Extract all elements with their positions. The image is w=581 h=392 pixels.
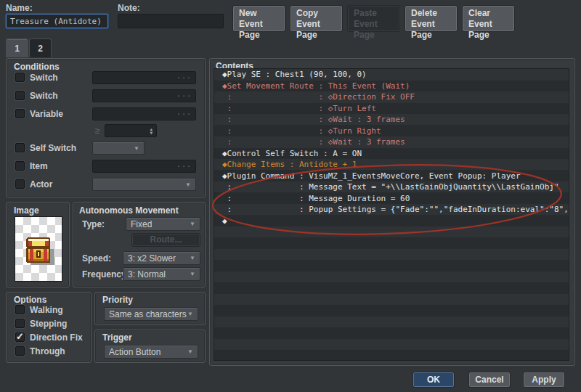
movement-frequency-label: Frequency: [82,269,129,279]
switch1-checkbox[interactable] [15,73,25,82]
delete-event-page-label-1: Delete [411,8,437,18]
self-switch-dropdown[interactable]: ▼ [92,142,145,155]
stepping-checkbox[interactable] [15,319,25,328]
variable-checkbox[interactable] [15,109,25,118]
ok-button[interactable]: OK [413,372,455,388]
name-label: Name: [6,3,33,13]
treasure-chest-sprite [23,237,55,266]
chevron-down-icon: ▼ [134,145,139,152]
clear-event-page-button[interactable]: Clear Event Page [462,5,515,32]
options-title: Options [14,295,46,305]
switch2-label: Switch [30,91,58,101]
cmd-play-se[interactable]: ◆Play SE : Chest1 (90, 100, 0) [214,69,569,81]
walking-checkbox[interactable] [15,305,25,314]
priority-dropdown[interactable]: Same as characters ▼ [104,307,198,321]
chevron-down-icon: ▼ [190,255,195,261]
direction-fix-checkbox[interactable] [15,332,25,342]
apply-button[interactable]: Apply [523,372,565,388]
item-field[interactable]: ··· [92,160,196,173]
new-event-page-button[interactable]: New Event Page [232,5,285,32]
event-image-selector[interactable] [15,216,62,282]
image-title: Image [14,205,39,216]
chevron-down-icon: ▼ [187,311,193,317]
route-button: Route... [131,233,200,247]
item-label: Item [30,161,48,171]
switch2-field[interactable]: ··· [92,89,196,102]
stepping-label: Stepping [30,319,67,329]
cmd-plugin-popup-settings[interactable]: : : Popup Settings = {"Fade":"","fadeInD… [214,204,569,216]
copy-event-page-label-1: Copy [296,8,318,18]
movement-frequency-value: 3: Normal [128,269,166,279]
conditions-title: Conditions [14,62,60,72]
cancel-button[interactable]: Cancel [468,372,511,388]
new-event-page-label-1: New [239,8,257,18]
self-switch-label: Self Switch [30,143,76,153]
cmd-plugin-message-duration[interactable]: : : Message Duration = 60 [214,193,569,205]
item-ellipsis-button[interactable]: ··· [176,163,192,171]
item-checkbox[interactable] [15,161,25,171]
trigger-group: Trigger Action Button ▼ [94,330,206,363]
cmd-plugin-command[interactable]: ◆Plugin Command : VisuMZ_1_EventsMoveCor… [214,171,569,182]
cmd-control-self-switch[interactable]: ◆Control Self Switch : A = ON [214,148,569,160]
clear-event-page-label-2: Event Page [468,19,492,40]
priority-value: Same as characters [109,309,187,319]
trigger-dropdown[interactable]: Action Button ▼ [104,345,198,359]
movement-type-label: Type: [82,219,105,229]
note-label: Note: [118,3,140,13]
cmd-route-wait-1[interactable]: : : ◇Wait : 3 frames [214,114,569,126]
cmd-change-items[interactable]: ◆Change Items : Antidote + 1 [214,159,569,171]
variable-field[interactable]: ··· [92,107,196,121]
cmd-set-movement-route[interactable]: ◆Set Movement Route : This Event (Wait) [214,81,569,92]
autonomous-movement-title: Autonomous Movement [79,205,179,216]
variable-ellipsis-button[interactable]: ··· [176,110,192,118]
movement-speed-dropdown[interactable]: 3: x2 Slower ▼ [123,251,200,265]
image-group: Image [6,202,70,287]
switch1-label: Switch [30,73,58,83]
paste-event-page-label-1: Paste [354,8,377,18]
switch1-field[interactable]: ··· [92,71,196,84]
actor-label: Actor [30,179,52,189]
autonomous-movement-group: Autonomous Movement Type: Fixed ▼ Route.… [73,202,206,287]
cmd-route-wait-2[interactable]: : : ◇Wait : 3 frames [214,136,569,148]
conditions-group: Conditions Switch ··· Switch ··· Variabl… [6,58,206,197]
priority-title: Priority [102,295,133,305]
paste-event-page-button: Paste Event Page [347,5,400,32]
switch1-ellipsis-button[interactable]: ··· [176,74,192,82]
name-input[interactable]: Treasure (Antidote) [6,14,108,28]
movement-frequency-dropdown[interactable]: 3: Normal ▼ [123,267,200,281]
tab-page-2[interactable]: 2 [29,38,52,57]
delete-event-page-button[interactable]: Delete Event Page [405,5,458,32]
switch2-checkbox[interactable] [15,91,25,100]
cmd-plugin-message-text[interactable]: : : Message Text = "+\\LastGainObjQuanti… [214,181,569,193]
tab-page-1[interactable]: 1 [6,38,28,57]
chevron-down-icon: ▼ [190,221,195,227]
variable-value-spinner[interactable]: ▲▼ [105,124,157,137]
event-command-list[interactable]: ◆Play SE : Chest1 (90, 100, 0) ◆Set Move… [214,68,569,361]
cmd-route-turn-right[interactable]: : : ◇Turn Right [214,126,569,137]
new-event-page-label-2: Event Page [239,19,263,40]
variable-label: Variable [30,109,63,119]
switch2-ellipsis-button[interactable]: ··· [176,92,192,100]
gte-operator: ≥ [95,126,100,136]
spinner-arrows-icon[interactable]: ▲▼ [150,127,153,134]
cmd-route-direction-fix[interactable]: : : ◇Direction Fix OFF [214,91,569,103]
direction-fix-label: Direction Fix [30,332,83,343]
options-group: Options Walking Stepping Direction Fix T… [6,292,92,363]
walking-label: Walking [30,305,63,315]
movement-type-dropdown[interactable]: Fixed ▼ [126,217,200,231]
copy-event-page-button[interactable]: Copy Event Page [290,5,343,32]
movement-speed-label: Speed: [82,253,111,264]
actor-dropdown[interactable]: ▼ [92,178,196,191]
cmd-route-turn-left[interactable]: : : ◇Turn Left [214,103,569,115]
trigger-value: Action Button [109,347,161,357]
actor-checkbox[interactable] [15,179,25,189]
note-input[interactable] [118,14,224,28]
copy-event-page-label-2: Event Page [296,19,320,40]
chevron-down-icon: ▼ [187,348,193,355]
self-switch-checkbox[interactable] [15,143,25,152]
chevron-down-icon: ▼ [185,181,191,188]
through-checkbox[interactable] [15,346,25,356]
route-button-label: Route... [150,234,182,245]
cmd-empty-slot[interactable]: ◆ [214,216,569,227]
movement-type-value: Fixed [131,219,152,229]
